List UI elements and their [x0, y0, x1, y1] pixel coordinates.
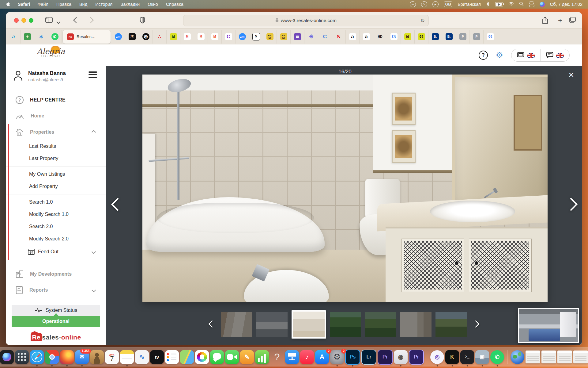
sidebar-item-add-property[interactable]: Add Property: [6, 180, 106, 193]
address-bar[interactable]: www-3.resales-online.com ↻: [183, 15, 429, 26]
sidebar-item-modify-search-1[interactable]: Modify Search 1.0: [6, 208, 106, 220]
dock-whatsapp[interactable]: ✆: [490, 350, 504, 364]
close-lightbox-button[interactable]: ×: [568, 70, 574, 79]
pinned-tab-paei-2[interactable]: PA Ei: [277, 30, 291, 44]
pinned-tab-amazon-2[interactable]: a: [360, 30, 373, 44]
siri-icon[interactable]: [540, 2, 545, 7]
spotlight-search-icon[interactable]: [519, 2, 524, 7]
pinned-tab-zoom-2[interactable]: zm: [236, 30, 249, 44]
dock-calendar[interactable]: дек.7: [105, 350, 119, 364]
dock-contacts[interactable]: [90, 350, 104, 364]
header-help-icon[interactable]: ?: [479, 51, 488, 60]
active-tab[interactable]: Re Resales…: [63, 30, 111, 44]
battery-icon[interactable]: [495, 2, 503, 6]
dock-password-keys[interactable]: K: [445, 350, 459, 364]
dock-reminders[interactable]: [165, 350, 179, 364]
pinned-tab-canva[interactable]: C: [222, 30, 236, 44]
dock-premiere[interactable]: Pr: [409, 350, 424, 365]
pinned-tab-netflix[interactable]: N: [332, 30, 346, 44]
menu-item[interactable]: Вид: [79, 2, 87, 7]
hamburger-menu-icon[interactable]: [89, 71, 97, 79]
forward-button[interactable]: [88, 18, 93, 24]
sidebar-item-home[interactable]: Home: [6, 108, 106, 124]
thumbnails-next-button[interactable]: [473, 321, 478, 328]
dock-minimized-window-2[interactable]: [541, 351, 556, 363]
pinned-tab-notion[interactable]: N: [249, 30, 263, 44]
pinned-tab-indesign-2[interactable]: id: [401, 30, 415, 44]
sidebar-toggle-icon[interactable]: [45, 17, 53, 23]
dock-freeform[interactable]: ∿: [135, 350, 149, 364]
dock-messages[interactable]: [210, 350, 224, 364]
thumbnail-garden-1[interactable]: [330, 312, 361, 337]
sidebar-item-properties[interactable]: Properties: [6, 124, 106, 140]
header-settings-icon[interactable]: ⚙: [496, 51, 503, 59]
dock-missing-app[interactable]: ?: [270, 350, 284, 364]
dock-bittorrent[interactable]: ◎: [430, 350, 444, 364]
close-window-button[interactable]: [14, 18, 19, 23]
tab-overview-icon[interactable]: [569, 17, 576, 23]
sidebar-item-search-2[interactable]: Search 2.0: [6, 220, 106, 233]
dock-keynote[interactable]: [285, 350, 299, 364]
next-photo-button[interactable]: [566, 200, 576, 210]
pinned-tab-glassdoor[interactable]: G: [415, 30, 428, 44]
pinned-tab-indesign[interactable]: id: [167, 30, 180, 44]
dock-terminal[interactable]: >_: [460, 350, 474, 364]
dock-photoshop[interactable]: Ps: [345, 350, 360, 365]
back-button[interactable]: [74, 18, 79, 24]
pinned-tab-asterisk[interactable]: ✳: [304, 30, 318, 44]
pinned-tab-google-1[interactable]: G: [387, 30, 401, 44]
thumbnail-exterior[interactable]: [435, 312, 467, 337]
dock-web-globe[interactable]: [511, 350, 524, 364]
site-logo[interactable]: Alegria REAL ESTATE: [32, 47, 69, 57]
menu-item[interactable]: Справка: [166, 2, 183, 7]
thumbnail-hallway-2[interactable]: [400, 312, 432, 337]
sidebar-item-reports[interactable]: Reports: [6, 282, 106, 298]
sidebar-item-feed-out[interactable]: Feed Out: [6, 246, 106, 260]
new-tab-button[interactable]: +: [558, 16, 562, 25]
dock-mail[interactable]: ✉1.355: [75, 350, 89, 364]
dock-siri[interactable]: [0, 350, 14, 364]
creative-cloud-icon[interactable]: ∞: [410, 1, 416, 7]
pinned-tab-copilot[interactable]: C: [318, 30, 332, 44]
reload-icon[interactable]: ↻: [420, 17, 425, 24]
sidebar-item-my-developments[interactable]: My Developments: [6, 266, 106, 282]
pinned-tab-booking-1[interactable]: B.: [428, 30, 442, 44]
menu-item[interactable]: Правка: [56, 2, 71, 7]
chat-language-button[interactable]: [540, 49, 569, 61]
dock-numbers[interactable]: [255, 350, 269, 364]
resales-online-logo[interactable]: Resales-online: [6, 334, 106, 341]
sidebar-item-last-property[interactable]: Last Property: [6, 152, 106, 165]
dock-safari[interactable]: [30, 350, 44, 364]
pinned-tab-sheets[interactable]: +: [21, 30, 34, 44]
dock-pages[interactable]: ✎: [240, 350, 254, 364]
dock-photo-tool[interactable]: ▣: [475, 350, 489, 364]
dock-facetime[interactable]: [225, 350, 239, 364]
user-profile[interactable]: Natasha Banna natasha@alrees9: [6, 66, 106, 89]
zoom-window-button[interactable]: [29, 18, 33, 23]
room-preview-popup[interactable]: [518, 308, 579, 343]
dock-premiere-rush[interactable]: Pr: [378, 350, 393, 365]
apple-menu-icon[interactable]: [6, 1, 10, 8]
pinned-tab-dots[interactable]: ∗: [34, 30, 48, 44]
pinned-tab-google-2[interactable]: G: [484, 30, 497, 44]
dock-firefox[interactable]: [60, 350, 74, 364]
dock-minimized-window-1[interactable]: [526, 351, 540, 363]
thumbnail-bathroom[interactable]: [292, 310, 326, 339]
thumbnail-garden-2[interactable]: [365, 312, 396, 337]
pinned-tab-hd[interactable]: HD: [373, 30, 387, 44]
pinned-tab-gmail-3[interactable]: M: [208, 30, 222, 44]
site-language-button[interactable]: [511, 49, 540, 61]
sidebar-item-last-results[interactable]: Last Results: [6, 140, 106, 152]
dock-notes[interactable]: [120, 350, 134, 364]
menu-item[interactable]: Файл: [37, 2, 48, 7]
pinned-tab-booking-2[interactable]: B.: [442, 30, 456, 44]
dock-maps[interactable]: [180, 350, 194, 364]
sidebar-chevron-icon[interactable]: [57, 19, 60, 25]
play-status-icon[interactable]: ▶: [432, 1, 439, 7]
pinned-tab-forms[interactable]: ▤: [291, 30, 304, 44]
menu-bar-clock[interactable]: Сб, 7 дек. 17:02: [550, 2, 582, 7]
keyboard-layout-badge[interactable]: GB: [444, 2, 453, 7]
previous-photo-button[interactable]: [113, 200, 123, 210]
dock-appstore[interactable]: A2: [315, 350, 329, 364]
keyboard-layout-label[interactable]: Британская: [458, 2, 481, 7]
